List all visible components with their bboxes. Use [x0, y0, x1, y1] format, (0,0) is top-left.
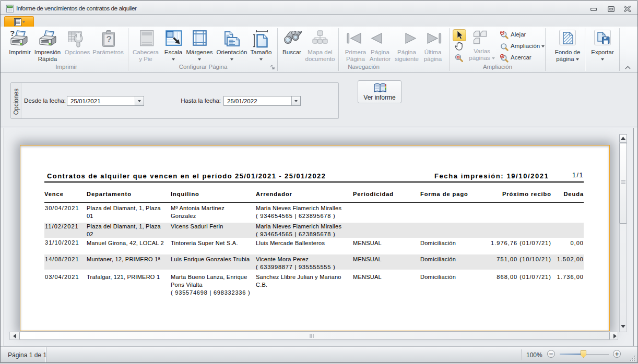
svg-text:?: ?: [107, 34, 112, 44]
svg-text:?: ?: [10, 30, 15, 38]
